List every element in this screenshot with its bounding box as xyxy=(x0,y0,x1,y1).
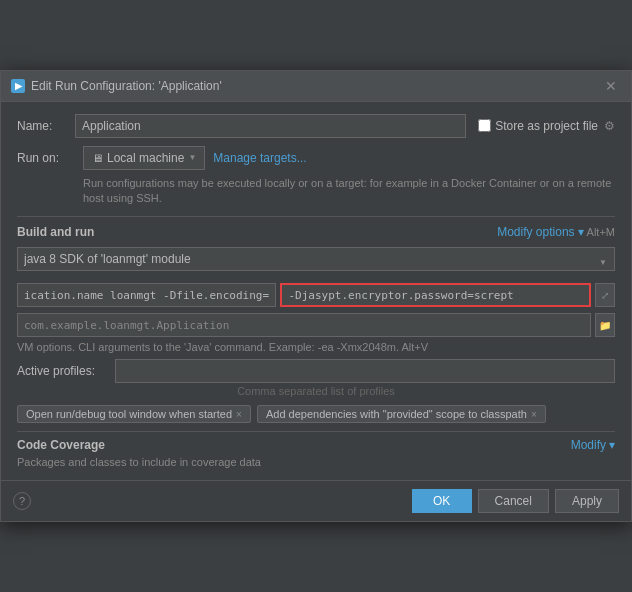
tag-open-window: Open run/debug tool window when started … xyxy=(17,405,251,423)
info-text: Run configurations may be executed local… xyxy=(83,176,615,207)
dropdown-arrow-icon: ▼ xyxy=(188,153,196,162)
machine-icon: 🖥 xyxy=(92,152,103,164)
cmd-field-highlighted[interactable] xyxy=(280,283,591,307)
vm-options-text: VM options. CLI arguments to the 'Java' … xyxy=(17,341,615,353)
title-bar: ▶ Edit Run Configuration: 'Application' … xyxy=(1,71,631,102)
sdk-row: java 8 SDK of 'loanmgt' module xyxy=(17,247,615,277)
tags-row: Open run/debug tool window when started … xyxy=(17,405,615,423)
edit-run-config-dialog: ▶ Edit Run Configuration: 'Application' … xyxy=(0,70,632,523)
active-profiles-input[interactable] xyxy=(115,359,615,383)
profiles-hint: Comma separated list of profiles xyxy=(17,385,615,397)
build-run-header: Build and run Modify options ▾ Alt+M xyxy=(17,225,615,239)
tag-dependencies: Add dependencies with "provided" scope t… xyxy=(257,405,546,423)
machine-label: Local machine xyxy=(107,151,184,165)
main-class-expand-btn[interactable]: 📁 xyxy=(595,313,615,337)
sdk-select[interactable]: java 8 SDK of 'loanmgt' module xyxy=(17,247,615,271)
main-class-row: 📁 xyxy=(17,313,615,337)
store-project-label: Store as project file xyxy=(495,119,598,133)
modify-options-btn[interactable]: Modify options ▾ Alt+M xyxy=(497,225,615,239)
tag-open-window-label: Open run/debug tool window when started xyxy=(26,408,232,420)
ok-button[interactable]: OK xyxy=(412,489,472,513)
bottom-divider xyxy=(17,431,615,432)
expand-btn[interactable]: ⤢ xyxy=(595,283,615,307)
gear-icon: ⚙ xyxy=(604,119,615,133)
coverage-modify-btn[interactable]: Modify ▾ xyxy=(571,438,615,452)
modify-options-arrow: ▾ xyxy=(578,225,584,239)
run-on-row: Run on: 🖥 Local machine ▼ Manage targets… xyxy=(17,146,615,170)
close-button[interactable]: ✕ xyxy=(601,77,621,95)
manage-targets-link[interactable]: Manage targets... xyxy=(213,151,306,165)
store-project-container: Store as project file ⚙ xyxy=(478,119,615,133)
cancel-button[interactable]: Cancel xyxy=(478,489,549,513)
help-icon: ? xyxy=(19,495,25,507)
coverage-hint: Packages and classes to include in cover… xyxy=(17,456,615,468)
cmd-row: ⤢ xyxy=(17,283,615,307)
dialog-content: Name: Store as project file ⚙ Run on: 🖥 … xyxy=(1,102,631,481)
cmd-field-left[interactable] xyxy=(17,283,276,307)
dialog-footer: ? OK Cancel Apply xyxy=(1,480,631,521)
coverage-modify-arrow: ▾ xyxy=(609,438,615,452)
name-row: Name: Store as project file ⚙ xyxy=(17,114,615,138)
tag-dependencies-label: Add dependencies with "provided" scope t… xyxy=(266,408,527,420)
main-class-input[interactable] xyxy=(17,313,591,337)
coverage-modify-label: Modify xyxy=(571,438,606,452)
section-title: Build and run xyxy=(17,225,94,239)
modify-options-label: Modify options xyxy=(497,225,574,239)
expand-icon: ⤢ xyxy=(601,290,609,301)
run-on-label: Run on: xyxy=(17,151,75,165)
machine-dropdown[interactable]: 🖥 Local machine ▼ xyxy=(83,146,205,170)
store-project-checkbox[interactable] xyxy=(478,119,491,132)
coverage-title: Code Coverage xyxy=(17,438,105,452)
active-profiles-label: Active profiles: xyxy=(17,364,107,378)
section-divider xyxy=(17,216,615,217)
footer-right: OK Cancel Apply xyxy=(412,489,619,513)
modify-shortcut: Alt+M xyxy=(587,226,615,238)
name-input[interactable] xyxy=(75,114,466,138)
tag-open-window-close[interactable]: × xyxy=(236,409,242,420)
active-profiles-row: Active profiles: xyxy=(17,359,615,383)
title-bar-left: ▶ Edit Run Configuration: 'Application' xyxy=(11,79,222,93)
run-config-icon: ▶ xyxy=(11,79,25,93)
name-label: Name: xyxy=(17,119,75,133)
folder-icon: 📁 xyxy=(599,320,611,331)
footer-left: ? xyxy=(13,492,31,510)
help-button[interactable]: ? xyxy=(13,492,31,510)
apply-button[interactable]: Apply xyxy=(555,489,619,513)
dialog-title: Edit Run Configuration: 'Application' xyxy=(31,79,222,93)
code-coverage-row: Code Coverage Modify ▾ xyxy=(17,438,615,452)
tag-dependencies-close[interactable]: × xyxy=(531,409,537,420)
